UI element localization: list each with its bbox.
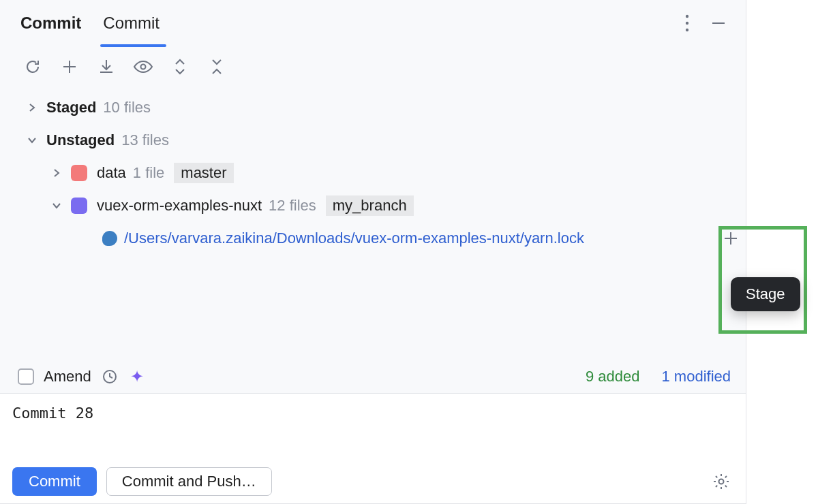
tabs-header: Commit Commit [0,0,746,46]
commit-message-text: Commit 28 [12,405,93,422]
svg-point-10 [719,479,724,484]
eye-icon[interactable] [132,56,154,78]
collapse-updown-icon[interactable] [206,56,228,78]
repo-color-icon [71,165,87,181]
svg-point-1 [686,22,688,25]
amend-label: Amend [44,368,91,385]
file-path: /Users/varvara.zaikina/Downloads/vuex-or… [124,230,584,247]
repo-color-icon [71,198,87,214]
group-label: Staged [46,99,96,116]
repo-data[interactable]: data 1 file master [0,157,746,189]
yarn-icon [102,231,117,246]
repo-vuex[interactable]: vuex-orm-examples-nuxt 12 files my_branc… [0,189,746,222]
tab-label: Commit [20,14,81,33]
tab-label: Commit [103,14,160,33]
ai-sparkle-icon[interactable]: ✦ [128,368,146,385]
refresh-icon[interactable] [22,56,44,78]
editor-area [746,0,818,504]
group-label: Unstaged [46,131,115,149]
plus-icon[interactable] [59,56,80,78]
branch-badge: master [174,163,233,183]
stage-file-button[interactable] [720,227,742,249]
repo-count: 12 files [269,197,316,215]
commit-and-push-button[interactable]: Commit and Push… [106,467,272,496]
commit-message-input[interactable]: Commit 28 [0,393,746,460]
group-count: 10 files [103,99,151,116]
minimize-icon[interactable] [705,10,732,37]
amend-checkbox[interactable] [18,368,34,385]
chevron-down-icon [25,133,40,148]
group-count: 13 files [121,131,169,149]
chevron-right-icon [49,166,64,180]
branch-badge: my_branch [326,195,414,216]
file-row-yarn-lock[interactable]: /Users/varvara.zaikina/Downloads/vuex-or… [0,222,746,255]
repo-name: vuex-orm-examples-nuxt [97,197,262,215]
chevron-down-icon [49,198,64,213]
repo-count: 1 file [133,164,164,182]
download-icon[interactable] [95,56,117,78]
svg-point-2 [686,29,688,31]
toolbar [0,46,746,87]
repo-name: data [97,164,126,182]
tooltip-text: Stage [746,285,785,302]
unstaged-group[interactable]: Unstaged 13 files [0,124,746,157]
staged-group[interactable]: Staged 10 files [0,91,746,124]
added-count: 9 added [586,368,640,385]
chevron-right-icon [25,100,40,115]
stage-tooltip: Stage [731,277,800,311]
changes-tree: Staged 10 files Unstaged 13 files data 1… [0,87,746,360]
commit-panel: Commit Commit [0,0,746,504]
svg-point-6 [141,65,146,69]
modified-count: 1 modified [661,368,731,385]
expand-updown-icon[interactable] [169,56,191,78]
history-icon[interactable] [101,368,119,385]
commit-button[interactable]: Commit [12,467,97,496]
settings-icon[interactable] [712,472,731,491]
svg-point-0 [686,15,688,18]
amend-bar: Amend ✦ 9 added 1 modified [0,360,746,393]
more-icon[interactable] [673,10,701,37]
tab-commit[interactable]: Commit [100,0,179,46]
tab-commit-bold[interactable]: Commit [18,0,100,46]
footer: Commit Commit and Push… [0,460,746,503]
